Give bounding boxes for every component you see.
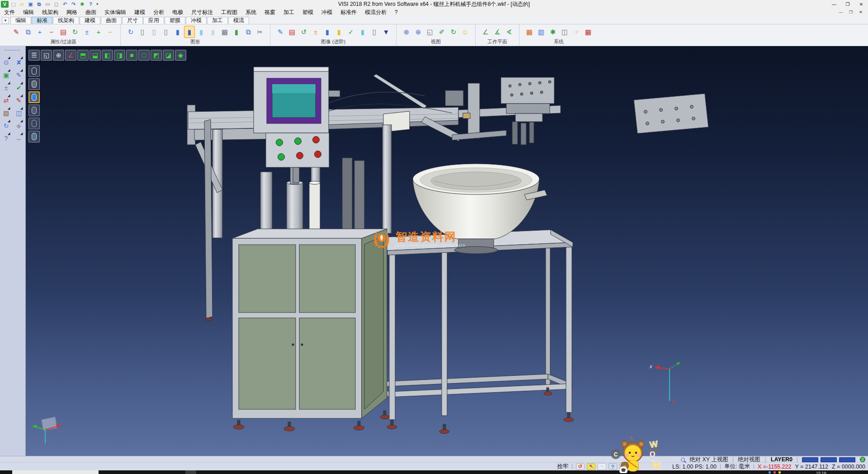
regenerate-image[interactable]: ↺ <box>298 26 309 38</box>
save-file[interactable]: ▣ <box>27 1 34 8</box>
view-iso[interactable]: ◆ <box>175 50 186 61</box>
layer-color-swatch[interactable] <box>839 457 855 462</box>
mascot-c-button[interactable]: C <box>614 451 618 458</box>
show-plus[interactable]: + <box>93 26 104 38</box>
menu-item[interactable]: 电极 <box>168 8 187 16</box>
view-menu[interactable]: ☰ <box>28 50 40 61</box>
os-taskbar[interactable]: 15:18 <box>0 470 868 474</box>
shade-shaded[interactable] <box>28 91 40 103</box>
attribute-inspect[interactable]: ⧉ <box>23 26 33 38</box>
toolbar-tab[interactable]: 建模 <box>80 17 100 24</box>
wireframe-view[interactable]: ▯ <box>137 26 148 38</box>
grab-points[interactable]: ☞ <box>571 26 582 38</box>
view-axes[interactable]: ∠ <box>65 50 76 61</box>
menu-item[interactable]: 实体编辑 <box>100 8 130 16</box>
workplane-entity[interactable]: ∡ <box>492 26 503 38</box>
minimize-button[interactable]: — <box>827 0 841 8</box>
filter-lights[interactable]: ▤ <box>58 26 69 38</box>
control-panel[interactable] <box>254 67 340 183</box>
tab-dropdown-icon[interactable]: ▼ <box>2 17 9 24</box>
dashed-hidden-view[interactable]: ▯ <box>160 26 171 38</box>
view-refresh[interactable]: ↻ <box>448 26 459 38</box>
tray-icon[interactable] <box>774 471 776 474</box>
view-iso-se[interactable]: ◪ <box>163 50 174 61</box>
snap-settings[interactable]: ↺ <box>576 463 585 470</box>
show-add[interactable]: + <box>34 26 45 38</box>
toolbar-tab[interactable]: 模流 <box>228 17 249 24</box>
shade-wireframe[interactable] <box>28 65 40 77</box>
quickbar-dropdown-icon[interactable]: ▾ <box>94 2 100 6</box>
solid-cube[interactable]: ◆ <box>14 120 24 131</box>
print[interactable]: ▭ <box>44 1 52 8</box>
toolbar-tab[interactable]: 标准 <box>32 17 52 24</box>
shade-mesh[interactable] <box>28 118 40 129</box>
view-bottom[interactable]: ⬓ <box>90 50 101 61</box>
shade-copy[interactable]: ⧉ <box>243 26 254 38</box>
menu-item[interactable]: 模流分析 <box>361 8 391 16</box>
view-back[interactable]: □ <box>138 50 150 61</box>
toolbar-tab[interactable]: 塑膜 <box>165 17 185 24</box>
image-plus-minus[interactable]: ± <box>310 26 321 38</box>
delete-entities[interactable]: ✘ <box>14 57 24 68</box>
view-top[interactable]: ⬒ <box>77 50 89 61</box>
solid-wire[interactable]: ▯ <box>369 26 380 38</box>
zoom-dynamic[interactable]: ⊕ <box>413 26 424 38</box>
status-view-mode[interactable]: 绝对 XY 上视图 <box>689 456 728 464</box>
mdi-minimize-button[interactable]: — <box>837 10 844 14</box>
color-palette[interactable]: ▦ <box>524 26 535 38</box>
layout-windows[interactable]: ◫ <box>14 108 24 118</box>
shade-flat[interactable] <box>28 104 40 116</box>
show-plus-minus[interactable]: ± <box>81 26 92 38</box>
menu-item[interactable]: 网格 <box>62 8 81 16</box>
toolbar-tab[interactable]: 加工 <box>207 17 228 24</box>
view-frame[interactable]: ◱ <box>425 26 435 38</box>
sketch-spline[interactable]: ✎ <box>14 70 24 81</box>
view-iso-sw[interactable]: ◩ <box>151 50 162 61</box>
context-help[interactable]: ? <box>1 133 12 144</box>
save-all[interactable]: ⧉ <box>35 1 43 8</box>
toolbar-tab[interactable]: 尺寸 <box>122 17 143 24</box>
print-preview[interactable]: ◻ <box>52 1 60 8</box>
mdi-restore-button[interactable]: ❐ <box>847 10 854 14</box>
mounting-plate[interactable] <box>634 94 708 133</box>
pick-filter[interactable]: ↖ <box>587 463 595 470</box>
menu-item[interactable]: 分析 <box>149 8 168 16</box>
redraw[interactable]: ↻ <box>125 26 136 38</box>
cabinet[interactable] <box>232 229 389 431</box>
toolbar-tab[interactable]: 曲面 <box>101 17 122 24</box>
undo[interactable]: ↶ <box>61 1 69 8</box>
zoom-window[interactable]: ◱ <box>41 50 52 61</box>
tolerance-pad[interactable]: ▦ <box>583 26 594 38</box>
maximize-button[interactable]: ❐ <box>841 0 854 8</box>
view-smiley[interactable]: ☺ <box>460 26 471 38</box>
view-annotate[interactable]: ✐ <box>436 26 447 38</box>
mascot-widget[interactable]: C W O W <box>605 436 665 474</box>
close-button[interactable]: ✕ <box>854 0 868 8</box>
taskbar-segment[interactable] <box>185 470 196 474</box>
toolbar-tab[interactable]: 编辑 <box>10 17 31 24</box>
sidebar-drag-handle[interactable] <box>5 50 20 51</box>
shaded-view[interactable]: ▮ <box>172 26 183 38</box>
menu-item[interactable]: 尺寸标注 <box>187 8 217 16</box>
toolbar-tab[interactable]: 线架构 <box>53 17 79 24</box>
status-search-icon[interactable] <box>681 458 685 462</box>
confirm-check[interactable]: ✔ <box>14 82 24 93</box>
globe-icon[interactable] <box>860 457 865 462</box>
viewport-3d-scene[interactable]: x Z <box>26 46 868 456</box>
system-options[interactable]: ✱ <box>78 1 86 8</box>
search-filter[interactable]: ⊙ <box>1 57 12 68</box>
measure-distance[interactable]: ↔ <box>14 133 24 144</box>
menu-item[interactable]: ? <box>391 8 402 16</box>
show-minus[interactable]: − <box>105 26 116 38</box>
hidden-line-view[interactable]: ▯ <box>149 26 160 38</box>
menu-item[interactable]: 文件 <box>0 8 19 16</box>
zoom-extents[interactable]: ⊕ <box>53 50 64 61</box>
menu-item[interactable]: 工程图 <box>217 8 241 16</box>
color-table[interactable]: ▥ <box>536 26 547 38</box>
sync-update[interactable]: ↻ <box>1 120 12 131</box>
new-file[interactable]: ▢ <box>9 1 17 8</box>
menu-item[interactable]: 视窗 <box>260 8 279 16</box>
shaded-edges-view[interactable]: ▮ <box>184 26 195 38</box>
menu-item[interactable]: 标准件 <box>336 8 361 16</box>
status-lock[interactable]: 拴牢 <box>557 463 568 470</box>
